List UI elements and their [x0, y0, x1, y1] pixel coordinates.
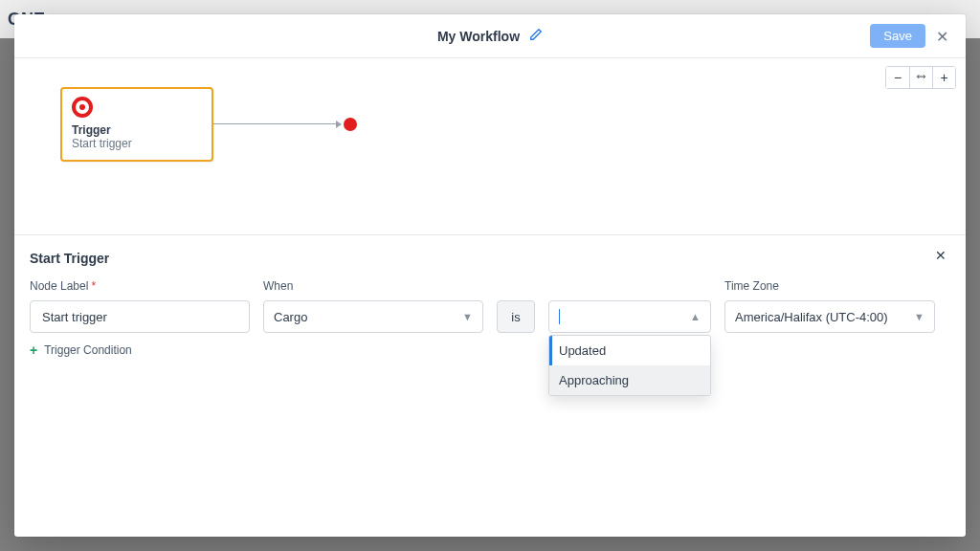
- trigger-ring-icon: [72, 97, 93, 118]
- panel-title: Start Trigger: [30, 251, 950, 266]
- add-trigger-condition-button[interactable]: + Trigger Condition: [30, 342, 250, 358]
- node-subtitle: Start trigger: [72, 137, 202, 150]
- timezone-field: Time Zone America/Halifax (UTC-4:00) ▼: [724, 279, 935, 333]
- node-label-input-wrap: [30, 300, 250, 333]
- when-label: When: [263, 279, 483, 295]
- when-field: When Cargo ▼: [263, 279, 483, 333]
- workflow-canvas[interactable]: − + Trigger Start trigger: [14, 58, 966, 235]
- close-icon: ✕: [936, 28, 948, 46]
- node-label-input[interactable]: [40, 309, 239, 325]
- plus-icon: +: [30, 342, 37, 358]
- close-icon: ✕: [935, 248, 947, 263]
- condition-spacer: [548, 279, 711, 295]
- trigger-form-row: Node Label* + Trigger Condition When Car…: [30, 279, 950, 358]
- operator-spacer: [497, 279, 535, 295]
- operator-field: is: [497, 279, 535, 333]
- node-label-field: Node Label* + Trigger Condition: [30, 279, 250, 358]
- when-value: Cargo: [274, 310, 307, 324]
- condition-dropdown: Updated Approaching: [548, 335, 711, 396]
- dropdown-option-updated[interactable]: Updated: [549, 336, 710, 365]
- when-select[interactable]: Cargo ▼: [263, 300, 483, 333]
- chevron-down-icon: ▼: [914, 311, 924, 322]
- chevron-up-icon: ▲: [690, 311, 701, 322]
- node-title: Trigger: [72, 123, 202, 137]
- edge-arrow: [213, 123, 340, 124]
- timezone-label: Time Zone: [724, 279, 935, 295]
- trigger-node[interactable]: Trigger Start trigger: [60, 87, 213, 162]
- workflow-modal: My Workflow Save ✕ − + Trigger Start tri…: [14, 14, 966, 537]
- zoom-out-button[interactable]: −: [886, 67, 909, 88]
- panel-close-button[interactable]: ✕: [929, 247, 952, 264]
- text-cursor-icon: [559, 309, 560, 324]
- condition-value-combobox[interactable]: ▲: [548, 300, 711, 333]
- add-condition-label: Trigger Condition: [44, 343, 132, 357]
- zoom-controls: − +: [885, 66, 956, 89]
- dropdown-option-approaching[interactable]: Approaching: [549, 365, 710, 395]
- label-text: Node Label: [30, 279, 88, 293]
- workflow-title: My Workflow: [437, 29, 520, 44]
- node-label-label: Node Label*: [30, 279, 250, 295]
- timezone-select[interactable]: America/Halifax (UTC-4:00) ▼: [724, 300, 935, 333]
- edge-endpoint-icon[interactable]: [344, 118, 357, 131]
- edit-title-icon[interactable]: [529, 28, 543, 44]
- zoom-in-button[interactable]: +: [932, 67, 955, 88]
- close-modal-button[interactable]: ✕: [929, 24, 954, 49]
- timezone-value: America/Halifax (UTC-4:00): [735, 310, 888, 324]
- modal-header: My Workflow Save ✕: [14, 14, 966, 58]
- condition-value-field: ▲ Updated Approaching: [548, 279, 711, 333]
- chevron-down-icon: ▼: [462, 311, 473, 322]
- required-asterisk-icon: *: [91, 279, 96, 293]
- trigger-config-panel: Start Trigger ✕ Node Label* + Trigger Co…: [14, 235, 966, 537]
- operator-box: is: [497, 300, 535, 333]
- save-button[interactable]: Save: [870, 24, 925, 48]
- zoom-reset-button[interactable]: [909, 67, 932, 88]
